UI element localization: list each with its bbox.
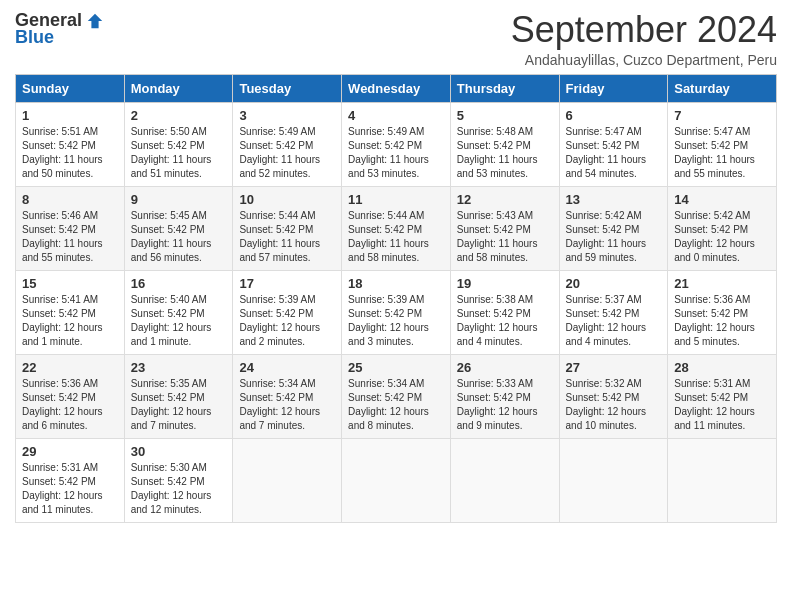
cell-info: Sunrise: 5:40 AMSunset: 5:42 PMDaylight:… (131, 294, 212, 347)
svg-marker-0 (88, 13, 102, 27)
calendar-cell: 7Sunrise: 5:47 AMSunset: 5:42 PMDaylight… (668, 102, 777, 186)
cell-info: Sunrise: 5:41 AMSunset: 5:42 PMDaylight:… (22, 294, 103, 347)
day-number: 3 (239, 108, 335, 123)
calendar-cell: 4Sunrise: 5:49 AMSunset: 5:42 PMDaylight… (342, 102, 451, 186)
day-number: 4 (348, 108, 444, 123)
day-number: 30 (131, 444, 227, 459)
calendar-cell: 26Sunrise: 5:33 AMSunset: 5:42 PMDayligh… (450, 354, 559, 438)
calendar-cell: 12Sunrise: 5:43 AMSunset: 5:42 PMDayligh… (450, 186, 559, 270)
calendar-cell (233, 438, 342, 522)
cell-info: Sunrise: 5:35 AMSunset: 5:42 PMDaylight:… (131, 378, 212, 431)
cell-info: Sunrise: 5:49 AMSunset: 5:42 PMDaylight:… (239, 126, 320, 179)
day-number: 1 (22, 108, 118, 123)
calendar-cell: 9Sunrise: 5:45 AMSunset: 5:42 PMDaylight… (124, 186, 233, 270)
location-title: Andahuaylillas, Cuzco Department, Peru (511, 52, 777, 68)
day-number: 27 (566, 360, 662, 375)
cell-info: Sunrise: 5:47 AMSunset: 5:42 PMDaylight:… (674, 126, 755, 179)
day-number: 29 (22, 444, 118, 459)
day-number: 23 (131, 360, 227, 375)
cell-info: Sunrise: 5:48 AMSunset: 5:42 PMDaylight:… (457, 126, 538, 179)
cell-info: Sunrise: 5:34 AMSunset: 5:42 PMDaylight:… (239, 378, 320, 431)
calendar-cell: 21Sunrise: 5:36 AMSunset: 5:42 PMDayligh… (668, 270, 777, 354)
cell-info: Sunrise: 5:49 AMSunset: 5:42 PMDaylight:… (348, 126, 429, 179)
day-number: 20 (566, 276, 662, 291)
calendar-week-row: 22Sunrise: 5:36 AMSunset: 5:42 PMDayligh… (16, 354, 777, 438)
calendar-cell: 2Sunrise: 5:50 AMSunset: 5:42 PMDaylight… (124, 102, 233, 186)
calendar-cell: 8Sunrise: 5:46 AMSunset: 5:42 PMDaylight… (16, 186, 125, 270)
day-number: 10 (239, 192, 335, 207)
calendar-cell: 30Sunrise: 5:30 AMSunset: 5:42 PMDayligh… (124, 438, 233, 522)
day-number: 28 (674, 360, 770, 375)
calendar-cell: 28Sunrise: 5:31 AMSunset: 5:42 PMDayligh… (668, 354, 777, 438)
day-number: 7 (674, 108, 770, 123)
cell-info: Sunrise: 5:39 AMSunset: 5:42 PMDaylight:… (239, 294, 320, 347)
weekday-header: Saturday (668, 74, 777, 102)
day-number: 21 (674, 276, 770, 291)
calendar-cell: 15Sunrise: 5:41 AMSunset: 5:42 PMDayligh… (16, 270, 125, 354)
day-number: 12 (457, 192, 553, 207)
calendar-cell: 5Sunrise: 5:48 AMSunset: 5:42 PMDaylight… (450, 102, 559, 186)
calendar-cell: 19Sunrise: 5:38 AMSunset: 5:42 PMDayligh… (450, 270, 559, 354)
calendar-cell: 3Sunrise: 5:49 AMSunset: 5:42 PMDaylight… (233, 102, 342, 186)
day-number: 25 (348, 360, 444, 375)
calendar-cell: 29Sunrise: 5:31 AMSunset: 5:42 PMDayligh… (16, 438, 125, 522)
cell-info: Sunrise: 5:38 AMSunset: 5:42 PMDaylight:… (457, 294, 538, 347)
calendar-cell: 11Sunrise: 5:44 AMSunset: 5:42 PMDayligh… (342, 186, 451, 270)
cell-info: Sunrise: 5:31 AMSunset: 5:42 PMDaylight:… (22, 462, 103, 515)
day-number: 8 (22, 192, 118, 207)
day-number: 22 (22, 360, 118, 375)
calendar-cell (450, 438, 559, 522)
cell-info: Sunrise: 5:42 AMSunset: 5:42 PMDaylight:… (566, 210, 647, 263)
cell-info: Sunrise: 5:31 AMSunset: 5:42 PMDaylight:… (674, 378, 755, 431)
calendar-header-row: SundayMondayTuesdayWednesdayThursdayFrid… (16, 74, 777, 102)
calendar-cell (342, 438, 451, 522)
calendar-cell: 20Sunrise: 5:37 AMSunset: 5:42 PMDayligh… (559, 270, 668, 354)
day-number: 26 (457, 360, 553, 375)
day-number: 18 (348, 276, 444, 291)
day-number: 6 (566, 108, 662, 123)
cell-info: Sunrise: 5:50 AMSunset: 5:42 PMDaylight:… (131, 126, 212, 179)
cell-info: Sunrise: 5:42 AMSunset: 5:42 PMDaylight:… (674, 210, 755, 263)
day-number: 17 (239, 276, 335, 291)
calendar-cell: 13Sunrise: 5:42 AMSunset: 5:42 PMDayligh… (559, 186, 668, 270)
logo-icon (86, 12, 104, 30)
calendar-cell: 18Sunrise: 5:39 AMSunset: 5:42 PMDayligh… (342, 270, 451, 354)
cell-info: Sunrise: 5:44 AMSunset: 5:42 PMDaylight:… (239, 210, 320, 263)
calendar-table: SundayMondayTuesdayWednesdayThursdayFrid… (15, 74, 777, 523)
cell-info: Sunrise: 5:45 AMSunset: 5:42 PMDaylight:… (131, 210, 212, 263)
logo: General Blue (15, 10, 104, 48)
calendar-cell: 10Sunrise: 5:44 AMSunset: 5:42 PMDayligh… (233, 186, 342, 270)
weekday-header: Tuesday (233, 74, 342, 102)
day-number: 9 (131, 192, 227, 207)
cell-info: Sunrise: 5:32 AMSunset: 5:42 PMDaylight:… (566, 378, 647, 431)
calendar-cell: 24Sunrise: 5:34 AMSunset: 5:42 PMDayligh… (233, 354, 342, 438)
day-number: 24 (239, 360, 335, 375)
day-number: 16 (131, 276, 227, 291)
calendar-week-row: 1Sunrise: 5:51 AMSunset: 5:42 PMDaylight… (16, 102, 777, 186)
cell-info: Sunrise: 5:39 AMSunset: 5:42 PMDaylight:… (348, 294, 429, 347)
day-number: 5 (457, 108, 553, 123)
day-number: 19 (457, 276, 553, 291)
calendar-cell (559, 438, 668, 522)
calendar-cell: 6Sunrise: 5:47 AMSunset: 5:42 PMDaylight… (559, 102, 668, 186)
calendar-week-row: 15Sunrise: 5:41 AMSunset: 5:42 PMDayligh… (16, 270, 777, 354)
logo-blue-text: Blue (15, 27, 54, 48)
calendar-cell: 17Sunrise: 5:39 AMSunset: 5:42 PMDayligh… (233, 270, 342, 354)
cell-info: Sunrise: 5:37 AMSunset: 5:42 PMDaylight:… (566, 294, 647, 347)
calendar-cell: 23Sunrise: 5:35 AMSunset: 5:42 PMDayligh… (124, 354, 233, 438)
cell-info: Sunrise: 5:33 AMSunset: 5:42 PMDaylight:… (457, 378, 538, 431)
cell-info: Sunrise: 5:43 AMSunset: 5:42 PMDaylight:… (457, 210, 538, 263)
weekday-header: Friday (559, 74, 668, 102)
day-number: 15 (22, 276, 118, 291)
weekday-header: Wednesday (342, 74, 451, 102)
cell-info: Sunrise: 5:34 AMSunset: 5:42 PMDaylight:… (348, 378, 429, 431)
day-number: 2 (131, 108, 227, 123)
weekday-header: Monday (124, 74, 233, 102)
weekday-header: Thursday (450, 74, 559, 102)
day-number: 13 (566, 192, 662, 207)
cell-info: Sunrise: 5:46 AMSunset: 5:42 PMDaylight:… (22, 210, 103, 263)
calendar-cell: 22Sunrise: 5:36 AMSunset: 5:42 PMDayligh… (16, 354, 125, 438)
day-number: 14 (674, 192, 770, 207)
day-number: 11 (348, 192, 444, 207)
cell-info: Sunrise: 5:47 AMSunset: 5:42 PMDaylight:… (566, 126, 647, 179)
